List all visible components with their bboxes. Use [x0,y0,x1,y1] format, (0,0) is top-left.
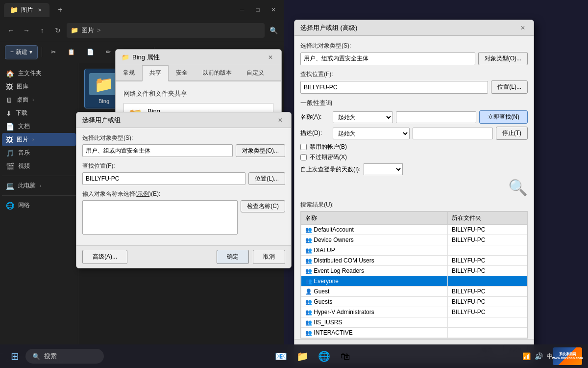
result-name-cell: 👤 Guest [301,287,448,297]
minimize-btn[interactable]: ─ [235,3,249,17]
location-input[interactable] [82,172,245,185]
rename-btn[interactable]: ✏ [101,46,116,58]
adv-desc-filter-select[interactable]: 起始为 [333,128,410,139]
check-names-btn[interactable]: 检查名称(C) [241,200,285,212]
select-user-cancel-btn[interactable]: 取消 [253,250,285,264]
adv-name-label: 名称(A): [300,113,330,121]
adv-location-input[interactable] [300,81,488,94]
sidebar-item-docs[interactable]: 📄 文档 [2,120,76,133]
adv-name-filter-select[interactable]: 起始为 [333,111,393,123]
adv-disabled-checkbox[interactable] [300,144,307,150]
search-btn[interactable]: 🔍 [267,24,280,37]
result-name-cell: 👥 Everyone [301,276,448,287]
table-row[interactable]: 👥 DIALUP [301,245,527,256]
result-name-cell: 👥 Guests [301,297,448,307]
select-user-footer: 高级(A)... 确定 取消 [76,245,291,268]
adv-days-select[interactable] [364,163,403,175]
bing-dialog-tabs: 常规 共享 安全 以前的版本 自定义 [116,65,281,81]
close-btn[interactable]: ✕ [267,3,280,17]
sidebar-item-network[interactable]: 🌐 网络 [2,199,76,212]
results-table-container[interactable]: 名称 所在文件夹 👥 DefaultAccountBILLYFU-PC👥 Dev… [300,211,528,339]
new-tab-btn[interactable]: + [53,3,67,17]
adv-stop-btn[interactable]: 停止(T) [496,127,528,140]
sidebar-item-pictures[interactable]: 🖼 图片 › [2,133,76,146]
adv-body: 选择此对象类型(S): 对象类型(O)... 查找位置(F): 位置(L)...… [294,36,534,339]
sidebar-item-music[interactable]: 🎵 音乐 [2,146,76,159]
adv-desc-value-input[interactable] [413,128,493,139]
adv-name-value-input[interactable] [396,111,476,123]
back-btn[interactable]: ← [4,24,18,37]
advanced-btn[interactable]: 高级(A)... [82,250,127,264]
tab-close-btn[interactable]: ✕ [36,6,44,14]
tab-security[interactable]: 安全 [169,65,195,80]
object-type-btn[interactable]: 对象类型(O)... [236,144,285,157]
result-location-cell [447,317,527,328]
explorer-tab[interactable]: 📁 图片 ✕ [4,3,49,17]
copy-btn[interactable]: 📋 [63,46,80,58]
table-row[interactable]: 👥 IIS_IUSRS [301,317,527,328]
adv-location-btn[interactable]: 位置(L)... [491,80,528,94]
table-row[interactable]: 👥 Device OwnersBILLYFU-PC [301,235,527,245]
sidebar-item-thispc[interactable]: 💻 此电脑 › [2,179,76,192]
address-bar[interactable]: 📁 图片 > [67,23,265,38]
tab-share[interactable]: 共享 [142,65,169,81]
result-location-cell [447,338,527,339]
taskbar-app-explorer[interactable]: 📁 [294,347,311,365]
result-user-icon: 👤 [305,289,312,294]
adv-close-btn[interactable]: ✕ [518,23,528,33]
forward-btn[interactable]: → [20,24,33,37]
adv-noexpire-checkbox[interactable] [300,154,307,160]
start-btn[interactable]: ⊞ [6,347,24,365]
sidebar-item-downloads[interactable]: ⬇ 下载 [2,106,76,120]
result-name-cell: 👥 INTERACTIVE [301,328,448,338]
result-user-icon: 👥 [305,278,312,284]
maximize-btn[interactable]: □ [251,3,265,17]
object-type-input-row: 对象类型(O)... [82,144,285,157]
results-table: 名称 所在文件夹 👥 DefaultAccountBILLYFU-PC👥 Dev… [301,211,527,339]
select-user-dialog: 选择用户或组 ✕ 选择此对象类型(S): 对象类型(O)... 查找位置(F):… [76,112,292,268]
table-row[interactable]: 👥 INTERACTIVE [301,328,527,338]
paste-btn[interactable]: 📄 [82,46,99,58]
taskbar-app-edge[interactable]: 🌐 [315,347,333,365]
adv-object-type-btn[interactable]: 对象类型(O)... [478,52,528,65]
new-btn[interactable]: + 新建 ▾ [5,45,38,59]
tab-custom[interactable]: 自定义 [239,65,271,80]
taskbar-app-mail[interactable]: 📧 [272,347,290,365]
taskbar-center: 📧 📁 🌐 🛍 [104,347,522,365]
tab-general[interactable]: 常规 [116,65,142,80]
table-row[interactable]: 👥 Event Log ReadersBILLYFU-PC [301,266,527,276]
sidebar-item-videos[interactable]: 🎬 视频 [2,159,76,173]
table-row[interactable]: 👥 GuestsBILLYFU-PC [301,297,527,307]
cut-btn[interactable]: ✂ [46,46,61,58]
table-row[interactable]: 👥 IUSR [301,338,527,339]
results-thead: 名称 所在文件夹 [301,212,527,225]
network-sys-icon[interactable]: 📶 [522,352,531,360]
object-type-row: 选择此对象类型(S): 对象类型(O)... [82,134,285,157]
location-btn[interactable]: 位置(L)... [248,172,285,185]
refresh-btn[interactable]: ↻ [51,24,65,37]
taskbar-search[interactable]: 🔍 搜索 [25,349,104,364]
adv-find-now-btn[interactable]: 立即查找(N) [479,110,528,124]
table-row[interactable]: 👥 Everyone [301,276,527,287]
table-row[interactable]: 👥 DefaultAccountBILLYFU-PC [301,225,527,235]
select-user-close-btn[interactable]: ✕ [275,115,285,125]
table-row[interactable]: 👥 Hyper-V AdministratorsBILLYFU-PC [301,307,527,317]
volume-icon[interactable]: 🔊 [535,352,543,360]
bing-dialog-close[interactable]: ✕ [266,53,275,62]
table-row[interactable]: 👥 Distributed COM UsersBILLYFU-PC [301,256,527,266]
object-type-input[interactable] [82,144,233,157]
enter-objects-input[interactable] [82,200,238,235]
adv-object-type-input[interactable] [300,53,475,65]
sidebar-item-home[interactable]: 🏠 主文件夹 [2,67,76,80]
taskbar-app-store[interactable]: 🛍 [337,347,354,365]
adv-location-section: 查找位置(F): 位置(L)... [300,70,528,94]
file-name-bing: Bing [98,98,109,104]
sidebar-divider1 [2,176,76,176]
sidebar-item-gallery[interactable]: 🖼 图库 [2,80,76,93]
table-row[interactable]: 👤 GuestBILLYFU-PC [301,287,527,297]
sidebar-item-desktop[interactable]: 🖥 桌面 › [2,93,76,106]
up-btn[interactable]: ↑ [35,24,49,37]
select-user-ok-btn[interactable]: 确定 [217,250,249,264]
sidebar-label-downloads: 下载 [16,109,27,117]
tab-previous[interactable]: 以前的版本 [195,65,239,80]
